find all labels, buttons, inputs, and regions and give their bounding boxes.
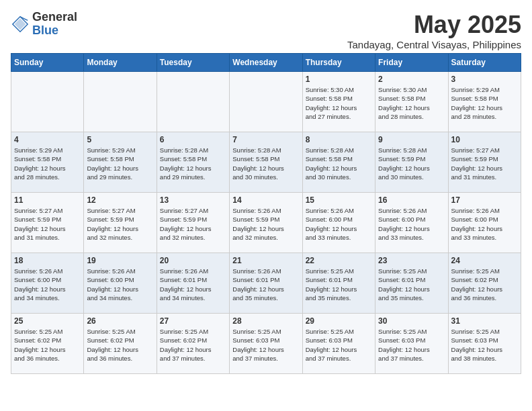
- header-monday: Monday: [84, 54, 157, 72]
- day-number: 1: [306, 75, 372, 84]
- day-info: Sunrise: 5:26 AMSunset: 6:00 PMDaylight:…: [14, 267, 81, 302]
- calendar-cell: 10Sunrise: 5:27 AMSunset: 5:59 PMDayligh…: [448, 132, 521, 193]
- day-number: 8: [306, 135, 372, 144]
- calendar-cell: 21Sunrise: 5:26 AMSunset: 6:01 PMDayligh…: [230, 253, 302, 314]
- day-info: Sunrise: 5:26 AMSunset: 6:00 PMDaylight:…: [87, 267, 153, 302]
- calendar-cell: 11Sunrise: 5:27 AMSunset: 5:59 PMDayligh…: [11, 193, 84, 253]
- header-sunday: Sunday: [11, 54, 84, 72]
- day-number: 11: [14, 195, 81, 205]
- day-number: 6: [160, 135, 226, 144]
- calendar-cell: 23Sunrise: 5:25 AMSunset: 6:01 PMDayligh…: [375, 253, 448, 314]
- day-number: 21: [232, 256, 299, 265]
- day-info: Sunrise: 5:25 AMSunset: 6:02 PMDaylight:…: [160, 327, 226, 363]
- day-info: Sunrise: 5:28 AMSunset: 5:58 PMDaylight:…: [306, 146, 372, 181]
- logo-general-text: General: [32, 11, 77, 24]
- day-info: Sunrise: 5:26 AMSunset: 6:00 PMDaylight:…: [306, 206, 372, 242]
- calendar-cell: 31Sunrise: 5:25 AMSunset: 6:03 PMDayligh…: [448, 314, 521, 374]
- day-info: Sunrise: 5:25 AMSunset: 6:03 PMDaylight:…: [451, 327, 518, 363]
- day-info: Sunrise: 5:25 AMSunset: 6:02 PMDaylight:…: [87, 327, 153, 363]
- day-info: Sunrise: 5:25 AMSunset: 6:01 PMDaylight:…: [378, 267, 445, 302]
- logo-icon: [11, 15, 30, 34]
- header-wednesday: Wednesday: [230, 54, 302, 72]
- day-number: 2: [378, 75, 445, 84]
- calendar-cell: [84, 72, 157, 132]
- day-info: Sunrise: 5:25 AMSunset: 6:01 PMDaylight:…: [306, 267, 372, 302]
- day-number: 18: [14, 256, 81, 265]
- logo-blue-text: Blue: [32, 24, 77, 38]
- calendar-cell: 13Sunrise: 5:27 AMSunset: 5:59 PMDayligh…: [157, 193, 229, 253]
- calendar-cell: 4Sunrise: 5:29 AMSunset: 5:58 PMDaylight…: [11, 132, 84, 193]
- calendar-cell: 12Sunrise: 5:27 AMSunset: 5:59 PMDayligh…: [84, 193, 157, 253]
- day-number: 22: [306, 256, 372, 265]
- day-info: Sunrise: 5:26 AMSunset: 5:59 PMDaylight:…: [232, 206, 299, 242]
- day-info: Sunrise: 5:25 AMSunset: 6:03 PMDaylight:…: [232, 327, 299, 363]
- day-number: 14: [232, 195, 299, 205]
- day-info: Sunrise: 5:26 AMSunset: 6:01 PMDaylight:…: [232, 267, 299, 302]
- header-thursday: Thursday: [302, 54, 375, 72]
- calendar-cell: 26Sunrise: 5:25 AMSunset: 6:02 PMDayligh…: [84, 314, 157, 374]
- header-saturday: Saturday: [448, 54, 521, 72]
- day-info: Sunrise: 5:27 AMSunset: 5:59 PMDaylight:…: [451, 146, 518, 181]
- day-info: Sunrise: 5:25 AMSunset: 6:03 PMDaylight:…: [306, 327, 372, 363]
- calendar-cell: 29Sunrise: 5:25 AMSunset: 6:03 PMDayligh…: [302, 314, 375, 374]
- day-number: 27: [160, 316, 226, 326]
- day-number: 10: [451, 135, 518, 144]
- day-number: 3: [451, 75, 518, 84]
- week-row-4: 18Sunrise: 5:26 AMSunset: 6:00 PMDayligh…: [11, 253, 521, 314]
- day-info: Sunrise: 5:27 AMSunset: 5:59 PMDaylight:…: [87, 206, 153, 242]
- calendar-cell: 24Sunrise: 5:25 AMSunset: 6:02 PMDayligh…: [448, 253, 521, 314]
- calendar-cell: 1Sunrise: 5:30 AMSunset: 5:58 PMDaylight…: [302, 72, 375, 132]
- day-info: Sunrise: 5:25 AMSunset: 6:02 PMDaylight:…: [451, 267, 518, 302]
- day-info: Sunrise: 5:26 AMSunset: 6:01 PMDaylight:…: [160, 267, 226, 302]
- day-number: 28: [232, 316, 299, 326]
- calendar-cell: 25Sunrise: 5:25 AMSunset: 6:02 PMDayligh…: [11, 314, 84, 374]
- day-number: 25: [14, 316, 81, 326]
- header-tuesday: Tuesday: [157, 54, 229, 72]
- calendar-cell: 14Sunrise: 5:26 AMSunset: 5:59 PMDayligh…: [230, 193, 302, 253]
- calendar-cell: 17Sunrise: 5:26 AMSunset: 6:00 PMDayligh…: [448, 193, 521, 253]
- day-number: 31: [451, 316, 518, 326]
- calendar-cell: 8Sunrise: 5:28 AMSunset: 5:58 PMDaylight…: [302, 132, 375, 193]
- week-row-1: 1Sunrise: 5:30 AMSunset: 5:58 PMDaylight…: [11, 72, 521, 132]
- day-info: Sunrise: 5:27 AMSunset: 5:59 PMDaylight:…: [14, 206, 81, 242]
- day-number: 29: [306, 316, 372, 326]
- calendar-cell: 9Sunrise: 5:28 AMSunset: 5:59 PMDaylight…: [375, 132, 448, 193]
- logo: General Blue: [11, 11, 77, 38]
- day-info: Sunrise: 5:28 AMSunset: 5:59 PMDaylight:…: [378, 146, 445, 181]
- day-info: Sunrise: 5:30 AMSunset: 5:58 PMDaylight:…: [306, 85, 372, 121]
- calendar-cell: 7Sunrise: 5:28 AMSunset: 5:58 PMDaylight…: [230, 132, 302, 193]
- calendar-cell: [11, 72, 84, 132]
- day-number: 12: [87, 195, 153, 205]
- calendar-cell: [157, 72, 229, 132]
- calendar-cell: 18Sunrise: 5:26 AMSunset: 6:00 PMDayligh…: [11, 253, 84, 314]
- day-number: 7: [232, 135, 299, 144]
- calendar-cell: 30Sunrise: 5:25 AMSunset: 6:03 PMDayligh…: [375, 314, 448, 374]
- calendar-cell: 27Sunrise: 5:25 AMSunset: 6:02 PMDayligh…: [157, 314, 229, 374]
- week-row-3: 11Sunrise: 5:27 AMSunset: 5:59 PMDayligh…: [11, 193, 521, 253]
- logo-text: General Blue: [32, 11, 77, 38]
- day-number: 5: [87, 135, 153, 144]
- day-info: Sunrise: 5:30 AMSunset: 5:58 PMDaylight:…: [378, 85, 445, 121]
- header-row: SundayMondayTuesdayWednesdayThursdayFrid…: [11, 54, 521, 72]
- calendar-cell: 19Sunrise: 5:26 AMSunset: 6:00 PMDayligh…: [84, 253, 157, 314]
- title-block: May 2025 Tandayag, Central Visayas, Phil…: [347, 11, 521, 50]
- day-number: 26: [87, 316, 153, 326]
- calendar-cell: 28Sunrise: 5:25 AMSunset: 6:03 PMDayligh…: [230, 314, 302, 374]
- day-number: 24: [451, 256, 518, 265]
- calendar-cell: 6Sunrise: 5:28 AMSunset: 5:58 PMDaylight…: [157, 132, 229, 193]
- calendar-cell: [230, 72, 302, 132]
- week-row-2: 4Sunrise: 5:29 AMSunset: 5:58 PMDaylight…: [11, 132, 521, 193]
- day-number: 23: [378, 256, 445, 265]
- location-title: Tandayag, Central Visayas, Philippines: [347, 39, 521, 50]
- day-info: Sunrise: 5:28 AMSunset: 5:58 PMDaylight:…: [160, 146, 226, 181]
- day-info: Sunrise: 5:26 AMSunset: 6:00 PMDaylight:…: [378, 206, 445, 242]
- calendar-table: SundayMondayTuesdayWednesdayThursdayFrid…: [11, 53, 521, 374]
- month-title: May 2025: [347, 11, 521, 39]
- day-info: Sunrise: 5:26 AMSunset: 6:00 PMDaylight:…: [451, 206, 518, 242]
- day-number: 16: [378, 195, 445, 205]
- header-friday: Friday: [375, 54, 448, 72]
- day-number: 4: [14, 135, 81, 144]
- day-info: Sunrise: 5:28 AMSunset: 5:58 PMDaylight:…: [232, 146, 299, 181]
- calendar-cell: 5Sunrise: 5:29 AMSunset: 5:58 PMDaylight…: [84, 132, 157, 193]
- day-info: Sunrise: 5:29 AMSunset: 5:58 PMDaylight:…: [14, 146, 81, 181]
